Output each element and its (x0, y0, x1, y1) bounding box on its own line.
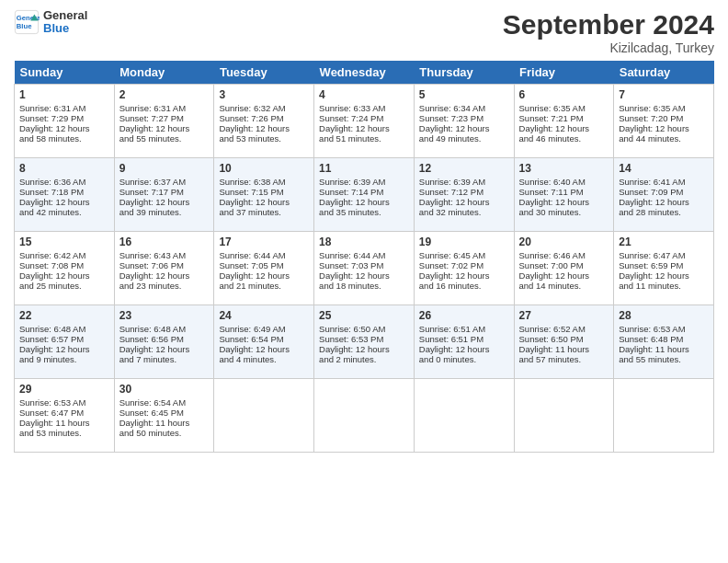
calendar-day-11: 11Sunrise: 6:39 AMSunset: 7:14 PMDayligh… (314, 158, 415, 232)
logo-text: GeneralBlue (43, 9, 87, 36)
col-monday: Monday (114, 61, 214, 85)
calendar-day-29: 29Sunrise: 6:53 AMSunset: 6:47 PMDayligh… (15, 379, 115, 453)
col-friday: Friday (514, 61, 614, 85)
logo: General Blue GeneralBlue (14, 9, 87, 36)
calendar-day-1: 1Sunrise: 6:31 AMSunset: 7:29 PMDaylight… (15, 85, 115, 158)
calendar-day-13: 13Sunrise: 6:40 AMSunset: 7:11 PMDayligh… (514, 158, 614, 232)
calendar-day-9: 9Sunrise: 6:37 AMSunset: 7:17 PMDaylight… (114, 158, 214, 232)
calendar-day-empty (414, 379, 514, 453)
title-block: September 2024 Kizilcadag, Turkey (503, 9, 714, 55)
calendar-day-20: 20Sunrise: 6:46 AMSunset: 7:00 PMDayligh… (514, 232, 614, 305)
col-tuesday: Tuesday (214, 61, 314, 85)
calendar-day-5: 5Sunrise: 6:34 AMSunset: 7:23 PMDaylight… (414, 85, 514, 158)
calendar-day-10: 10Sunrise: 6:38 AMSunset: 7:15 PMDayligh… (214, 158, 314, 232)
month-title: September 2024 (503, 9, 714, 40)
header: General Blue GeneralBlue September 2024 … (14, 9, 714, 55)
calendar-day-28: 28Sunrise: 6:53 AMSunset: 6:48 PMDayligh… (614, 305, 714, 379)
page: General Blue GeneralBlue September 2024 … (0, 0, 728, 462)
location: Kizilcadag, Turkey (503, 40, 714, 55)
calendar-day-25: 25Sunrise: 6:50 AMSunset: 6:53 PMDayligh… (314, 305, 415, 379)
calendar-day-empty (514, 379, 614, 453)
calendar-day-17: 17Sunrise: 6:44 AMSunset: 7:05 PMDayligh… (214, 232, 314, 305)
calendar-day-14: 14Sunrise: 6:41 AMSunset: 7:09 PMDayligh… (614, 158, 714, 232)
col-saturday: Saturday (614, 61, 714, 85)
calendar-day-30: 30Sunrise: 6:54 AMSunset: 6:45 PMDayligh… (114, 379, 214, 453)
calendar-day-2: 2Sunrise: 6:31 AMSunset: 7:27 PMDaylight… (114, 85, 214, 158)
calendar-day-21: 21Sunrise: 6:47 AMSunset: 6:59 PMDayligh… (614, 232, 714, 305)
calendar-day-empty (614, 379, 714, 453)
calendar-day-23: 23Sunrise: 6:48 AMSunset: 6:56 PMDayligh… (114, 305, 214, 379)
calendar-day-24: 24Sunrise: 6:49 AMSunset: 6:54 PMDayligh… (214, 305, 314, 379)
svg-text:Blue: Blue (17, 22, 32, 30)
calendar-day-empty (214, 379, 314, 453)
calendar-day-7: 7Sunrise: 6:35 AMSunset: 7:20 PMDaylight… (614, 85, 714, 158)
header-row: Sunday Monday Tuesday Wednesday Thursday… (15, 61, 714, 85)
calendar-day-26: 26Sunrise: 6:51 AMSunset: 6:51 PMDayligh… (414, 305, 514, 379)
col-thursday: Thursday (414, 61, 514, 85)
calendar-day-18: 18Sunrise: 6:44 AMSunset: 7:03 PMDayligh… (314, 232, 415, 305)
calendar-day-19: 19Sunrise: 6:45 AMSunset: 7:02 PMDayligh… (414, 232, 514, 305)
calendar-day-3: 3Sunrise: 6:32 AMSunset: 7:26 PMDaylight… (214, 85, 314, 158)
calendar-day-4: 4Sunrise: 6:33 AMSunset: 7:24 PMDaylight… (314, 85, 415, 158)
calendar-day-6: 6Sunrise: 6:35 AMSunset: 7:21 PMDaylight… (514, 85, 614, 158)
calendar-day-8: 8Sunrise: 6:36 AMSunset: 7:18 PMDaylight… (15, 158, 115, 232)
logo-icon: General Blue (14, 9, 40, 35)
calendar-day-22: 22Sunrise: 6:48 AMSunset: 6:57 PMDayligh… (15, 305, 115, 379)
col-sunday: Sunday (15, 61, 115, 85)
calendar-day-12: 12Sunrise: 6:39 AMSunset: 7:12 PMDayligh… (414, 158, 514, 232)
calendar-day-empty (314, 379, 415, 453)
calendar-day-27: 27Sunrise: 6:52 AMSunset: 6:50 PMDayligh… (514, 305, 614, 379)
calendar-day-16: 16Sunrise: 6:43 AMSunset: 7:06 PMDayligh… (114, 232, 214, 305)
col-wednesday: Wednesday (314, 61, 415, 85)
calendar-day-15: 15Sunrise: 6:42 AMSunset: 7:08 PMDayligh… (15, 232, 115, 305)
calendar-table: Sunday Monday Tuesday Wednesday Thursday… (14, 61, 714, 453)
